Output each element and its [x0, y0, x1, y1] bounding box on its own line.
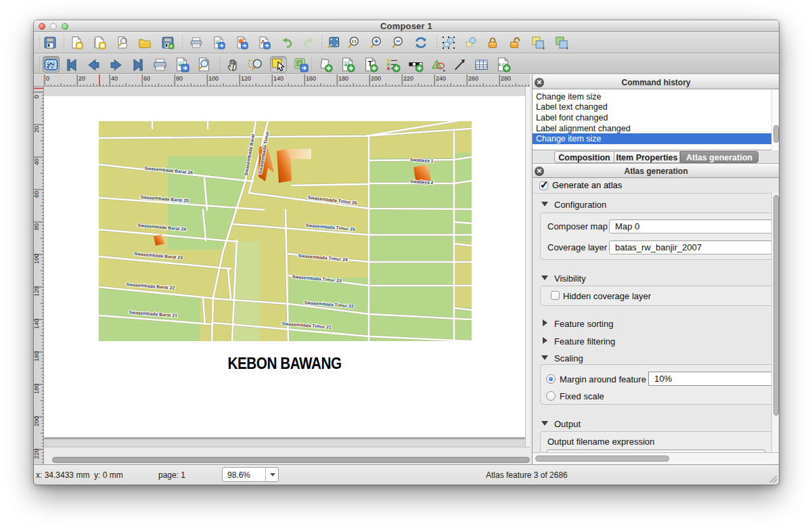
svg-text:1:1: 1:1 — [352, 39, 357, 43]
